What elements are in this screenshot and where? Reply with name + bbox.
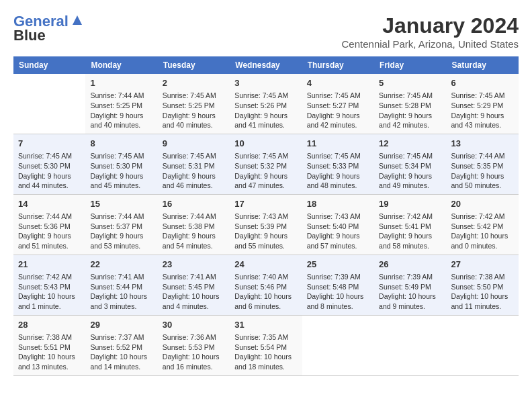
day-number: 2	[163, 77, 225, 89]
calendar-cell: 23Sunrise: 7:41 AMSunset: 5:45 PMDayligh…	[158, 255, 230, 315]
calendar-cell: 1Sunrise: 7:44 AMSunset: 5:25 PMDaylight…	[85, 74, 157, 134]
calendar-cell: 11Sunrise: 7:45 AMSunset: 5:33 PMDayligh…	[302, 134, 374, 194]
calendar-cell: 28Sunrise: 7:38 AMSunset: 5:51 PMDayligh…	[13, 315, 85, 375]
day-number: 3	[234, 77, 297, 89]
sunset-text: Sunset: 5:45 PM	[163, 283, 215, 291]
calendar-cell: 17Sunrise: 7:43 AMSunset: 5:39 PMDayligh…	[230, 194, 302, 255]
sunrise-text: Sunrise: 7:37 AM	[90, 333, 144, 341]
sunset-text: Sunset: 5:51 PM	[18, 343, 71, 351]
daylight-text: Daylight: 10 hours and 9 minutes.	[379, 292, 436, 310]
calendar-cell: 31Sunrise: 7:35 AMSunset: 5:54 PMDayligh…	[230, 315, 302, 375]
day-number: 24	[234, 259, 297, 271]
sunrise-text: Sunrise: 7:35 AM	[234, 333, 288, 341]
calendar-cell: 29Sunrise: 7:37 AMSunset: 5:52 PMDayligh…	[85, 315, 157, 375]
svg-marker-0	[73, 15, 82, 25]
daylight-text: Daylight: 9 hours and 43 minutes.	[451, 111, 504, 130]
calendar-cell	[447, 315, 519, 375]
calendar-week-3: 14Sunrise: 7:44 AMSunset: 5:36 PMDayligh…	[13, 194, 519, 255]
day-number: 11	[307, 138, 369, 150]
day-number: 26	[379, 259, 441, 271]
sunrise-text: Sunrise: 7:40 AM	[234, 273, 288, 281]
calendar-week-2: 7Sunrise: 7:45 AMSunset: 5:30 PMDaylight…	[13, 134, 519, 194]
calendar-cell: 12Sunrise: 7:45 AMSunset: 5:34 PMDayligh…	[374, 134, 446, 194]
calendar-cell	[13, 74, 85, 134]
col-wednesday: Wednesday	[230, 56, 302, 74]
col-friday: Friday	[374, 56, 446, 74]
daylight-text: Daylight: 9 hours and 53 minutes.	[90, 232, 143, 250]
calendar-cell	[374, 315, 446, 375]
calendar-cell: 16Sunrise: 7:44 AMSunset: 5:38 PMDayligh…	[158, 194, 230, 255]
sunrise-text: Sunrise: 7:45 AM	[379, 152, 433, 160]
daylight-text: Daylight: 9 hours and 54 minutes.	[163, 232, 216, 250]
day-number: 6	[451, 77, 514, 89]
sunrise-text: Sunrise: 7:38 AM	[451, 273, 505, 281]
sunrise-text: Sunrise: 7:44 AM	[18, 212, 72, 220]
day-number: 28	[18, 319, 81, 331]
day-number: 15	[90, 198, 152, 210]
day-number: 25	[307, 259, 369, 271]
day-number: 19	[379, 198, 441, 210]
calendar-week-4: 21Sunrise: 7:42 AMSunset: 5:43 PMDayligh…	[13, 255, 519, 315]
calendar-cell	[302, 315, 374, 375]
sunset-text: Sunset: 5:44 PM	[90, 283, 142, 291]
calendar-cell: 15Sunrise: 7:44 AMSunset: 5:37 PMDayligh…	[85, 194, 157, 255]
sunrise-text: Sunrise: 7:38 AM	[18, 333, 72, 341]
main-title: January 2024	[342, 13, 519, 38]
sunset-text: Sunset: 5:41 PM	[379, 222, 431, 230]
sunset-text: Sunset: 5:52 PM	[90, 343, 142, 351]
sunset-text: Sunset: 5:28 PM	[379, 101, 431, 109]
daylight-text: Daylight: 10 hours and 3 minutes.	[90, 292, 147, 310]
daylight-text: Daylight: 10 hours and 11 minutes.	[451, 292, 508, 310]
daylight-text: Daylight: 10 hours and 13 minutes.	[18, 353, 75, 371]
sunset-text: Sunset: 5:46 PM	[234, 283, 287, 291]
sunrise-text: Sunrise: 7:44 AM	[90, 212, 144, 220]
sunset-text: Sunset: 5:35 PM	[451, 162, 504, 170]
daylight-text: Daylight: 10 hours and 0 minutes.	[451, 232, 508, 250]
calendar-cell: 10Sunrise: 7:45 AMSunset: 5:32 PMDayligh…	[230, 134, 302, 194]
sunrise-text: Sunrise: 7:42 AM	[451, 212, 505, 220]
daylight-text: Daylight: 9 hours and 46 minutes.	[163, 172, 216, 190]
sunrise-text: Sunrise: 7:44 AM	[163, 212, 216, 220]
daylight-text: Daylight: 10 hours and 14 minutes.	[90, 353, 147, 371]
sunrise-text: Sunrise: 7:42 AM	[379, 212, 433, 220]
day-number: 18	[307, 198, 369, 210]
calendar-table: Sunday Monday Tuesday Wednesday Thursday…	[13, 56, 519, 376]
logo-icon	[70, 13, 85, 28]
sunset-text: Sunset: 5:30 PM	[18, 162, 71, 170]
col-tuesday: Tuesday	[158, 56, 230, 74]
sunrise-text: Sunrise: 7:45 AM	[379, 91, 433, 99]
daylight-text: Daylight: 9 hours and 42 minutes.	[379, 111, 432, 130]
calendar-week-1: 1Sunrise: 7:44 AMSunset: 5:25 PMDaylight…	[13, 74, 519, 134]
col-thursday: Thursday	[302, 56, 374, 74]
daylight-text: Daylight: 9 hours and 48 minutes.	[307, 172, 360, 190]
sunrise-text: Sunrise: 7:45 AM	[307, 91, 361, 99]
sunset-text: Sunset: 5:54 PM	[234, 343, 287, 351]
day-number: 10	[234, 138, 297, 150]
sunrise-text: Sunrise: 7:39 AM	[307, 273, 361, 281]
daylight-text: Daylight: 9 hours and 47 minutes.	[234, 172, 287, 190]
daylight-text: Daylight: 10 hours and 1 minute.	[18, 292, 75, 310]
daylight-text: Daylight: 9 hours and 58 minutes.	[379, 232, 432, 250]
calendar-cell: 25Sunrise: 7:39 AMSunset: 5:48 PMDayligh…	[302, 255, 374, 315]
daylight-text: Daylight: 9 hours and 57 minutes.	[307, 232, 360, 250]
sunset-text: Sunset: 5:25 PM	[90, 101, 142, 109]
calendar-cell: 9Sunrise: 7:45 AMSunset: 5:31 PMDaylight…	[158, 134, 230, 194]
day-number: 30	[163, 319, 225, 331]
sunset-text: Sunset: 5:50 PM	[451, 283, 504, 291]
calendar-cell: 4Sunrise: 7:45 AMSunset: 5:27 PMDaylight…	[302, 74, 374, 134]
calendar-cell: 6Sunrise: 7:45 AMSunset: 5:29 PMDaylight…	[447, 74, 519, 134]
calendar-cell: 30Sunrise: 7:36 AMSunset: 5:53 PMDayligh…	[158, 315, 230, 375]
day-number: 27	[451, 259, 514, 271]
sunset-text: Sunset: 5:27 PM	[307, 101, 359, 109]
sunrise-text: Sunrise: 7:42 AM	[18, 273, 72, 281]
calendar-cell: 8Sunrise: 7:45 AMSunset: 5:30 PMDaylight…	[85, 134, 157, 194]
sunset-text: Sunset: 5:43 PM	[18, 283, 71, 291]
day-number: 13	[451, 138, 514, 150]
sunrise-text: Sunrise: 7:45 AM	[234, 91, 288, 99]
sunset-text: Sunset: 5:36 PM	[18, 222, 71, 230]
daylight-text: Daylight: 9 hours and 55 minutes.	[234, 232, 287, 250]
sunrise-text: Sunrise: 7:45 AM	[18, 152, 72, 160]
sunrise-text: Sunrise: 7:45 AM	[90, 152, 144, 160]
daylight-text: Daylight: 9 hours and 50 minutes.	[451, 172, 504, 190]
calendar-cell: 22Sunrise: 7:41 AMSunset: 5:44 PMDayligh…	[85, 255, 157, 315]
